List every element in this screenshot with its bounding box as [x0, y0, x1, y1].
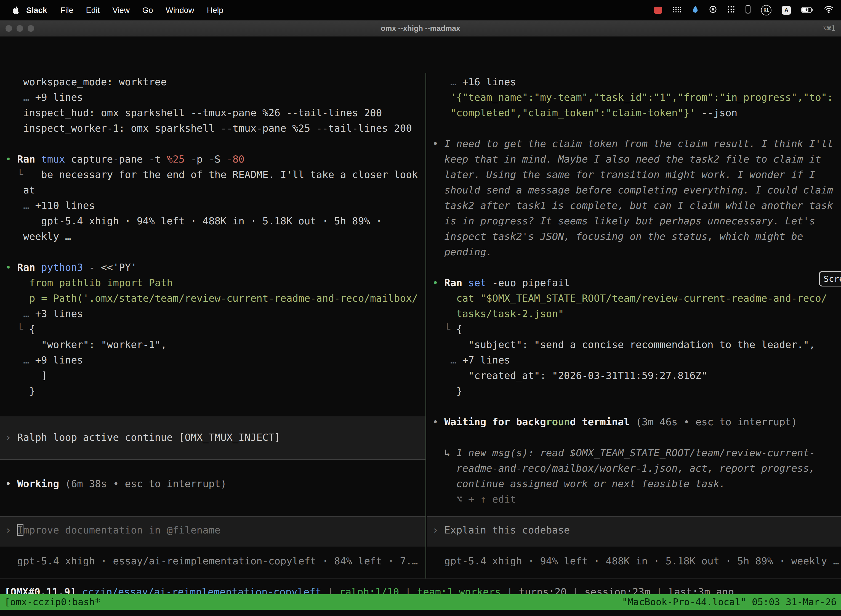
app-circle-icon[interactable] [709, 6, 717, 15]
thinking-line: later. Using the same for transition mig… [432, 167, 841, 182]
prompt-input-placeholder: › Explain this codebase [432, 522, 841, 538]
thinking-line: inspect task2's JSON, focusing on the st… [432, 229, 841, 244]
elided-lines: … +16 lines [432, 74, 841, 90]
menu-help[interactable]: Help [201, 6, 230, 15]
menu-file[interactable]: File [54, 6, 80, 15]
pane-footer: gpt-5.4 xhigh · 94% left · 488K in · 5.1… [432, 553, 841, 569]
ran-command: • Ran set -euo pipefail [432, 275, 841, 290]
thinking-line: • I need to get the claim token from the… [432, 136, 841, 151]
input-source-label: A [784, 7, 788, 13]
waiting-status: • Waiting for background terminal (3m 46… [432, 414, 841, 430]
elided-lines: … +9 lines [5, 352, 425, 368]
menu-window[interactable]: Window [160, 6, 201, 15]
command-code: '{"team_name":"my-team","task_id":"1","f… [432, 90, 841, 105]
config-line: inspect_worker-1: omx sparkshell --tmux-… [5, 120, 425, 136]
mailbox-note: readme-and-reco/mailbox/worker-1.json, a… [432, 461, 841, 476]
thinking-line: task2 after task1 is complete, but can I… [432, 198, 841, 213]
command-output: └ be necessary for the end of the README… [5, 167, 425, 182]
window-shortcut: ⌥⌘1 [822, 24, 835, 32]
device-icon[interactable] [746, 5, 750, 15]
command-code: p = Path('.omx/state/team/review-current… [5, 290, 425, 306]
dots-grid-icon[interactable] [727, 6, 735, 15]
prompt-injected: › Ralph loop active continue [OMX_TMUX_I… [5, 430, 425, 445]
command-output: └ { [5, 321, 425, 337]
tmux-session-label: [omx-cczip0:bash* [4, 594, 100, 610]
command-code: tasks/task-2.json" [432, 306, 841, 321]
command-output: gpt-5.4 xhigh · 94% left · 488K in · 5.1… [5, 213, 425, 229]
tmux-status-bar[interactable]: [omx-cczip0:bash* "MacBook-Pro-44.local"… [0, 594, 841, 610]
thinking-line: pending. [432, 244, 841, 260]
config-line: workspace_mode: worktree [5, 74, 425, 90]
menu-view[interactable]: View [106, 6, 136, 15]
menu-go[interactable]: Go [136, 6, 160, 15]
thinking-line: is in progress? It seems likely but perh… [432, 213, 841, 229]
command-output: ] [5, 368, 425, 383]
percent-badge-label: 61 [764, 7, 769, 13]
mailbox-note: ↳ 1 new msg(s): read $OMX_TEAM_STATE_ROO… [432, 445, 841, 461]
elided-lines: … +3 lines [5, 306, 425, 321]
elided-lines: … +9 lines [5, 90, 425, 105]
screenshot-popup[interactable]: Scre [819, 271, 841, 286]
battery-icon[interactable] [801, 6, 813, 15]
config-line: inspect_hud: omx sparkshell --tmux-pane … [5, 105, 425, 120]
pane-left[interactable]: workspace_mode: worktree … +9 lines insp… [0, 74, 425, 571]
mailbox-note: continue assigned work or next feasible … [432, 476, 841, 491]
command-code: "completed","claim_token":"claim-token"}… [432, 105, 841, 120]
command-output: "worker": "worker-1", [5, 337, 425, 352]
thinking-line: should send a message before completing … [432, 182, 841, 198]
terminal: workspace_mode: worktree … +9 lines insp… [0, 37, 841, 616]
command-output: weekly … [5, 229, 425, 244]
pane-right[interactable]: … +16 lines '{"team_name":"my-team","tas… [427, 74, 841, 571]
tmux-host-clock-label: "MacBook-Pro-44.local" 05:03 31-Mar-26 [622, 594, 837, 610]
pane-footer: gpt-5.4 xhigh · essay/ai-reimplementatio… [5, 553, 425, 569]
command-output: └ { [432, 321, 841, 337]
command-code: from pathlib import Path [5, 275, 425, 290]
window-titlebar[interactable]: omx --xhigh --madmax ⌥⌘1 [0, 21, 841, 37]
menu-app-name[interactable]: Slack [19, 6, 54, 15]
prompt-input-placeholder: › Improve documentation in @filename [5, 522, 425, 538]
command-code: cat "$OMX_TEAM_STATE_ROOT/team/review-cu… [432, 290, 841, 306]
menu-edit[interactable]: Edit [80, 6, 106, 15]
hud-separator [0, 578, 841, 579]
ran-command: • Ran tmux capture-pane -t %25 -p -S -80 [5, 151, 425, 167]
window-title: omx --xhigh --madmax [0, 24, 841, 33]
keyboard-grid-icon[interactable] [673, 6, 681, 15]
command-output: } [5, 383, 425, 399]
edit-hint: ⌥ + ↑ edit [432, 491, 841, 507]
command-output: "subject": "send a concise recommendatio… [432, 337, 841, 352]
percent-badge-icon[interactable]: 61 [761, 5, 771, 15]
elided-lines: … +110 lines [5, 198, 425, 213]
input-source-icon[interactable]: A [782, 6, 791, 15]
menu-status-icons: 61 A [654, 5, 834, 15]
command-output: } [432, 383, 841, 399]
command-output: at [5, 182, 425, 198]
elided-lines: … +7 lines [432, 352, 841, 368]
command-output: "created_at": "2026-03-31T11:59:27.816Z" [432, 368, 841, 383]
working-status: • Working (6m 38s • esc to interrupt) [5, 476, 425, 491]
thinking-line: keep that in mind. Maybe I also need the… [432, 151, 841, 167]
droplet-icon[interactable] [692, 5, 699, 15]
pane-divider[interactable] [425, 73, 426, 579]
screen-record-icon[interactable] [654, 7, 662, 14]
wifi-icon[interactable] [824, 6, 834, 15]
apple-menu-icon[interactable] [12, 6, 19, 14]
menu-bar: Slack File Edit View Go Window Help [0, 0, 841, 21]
ran-command: • Ran python3 - <<'PY' [5, 260, 425, 275]
